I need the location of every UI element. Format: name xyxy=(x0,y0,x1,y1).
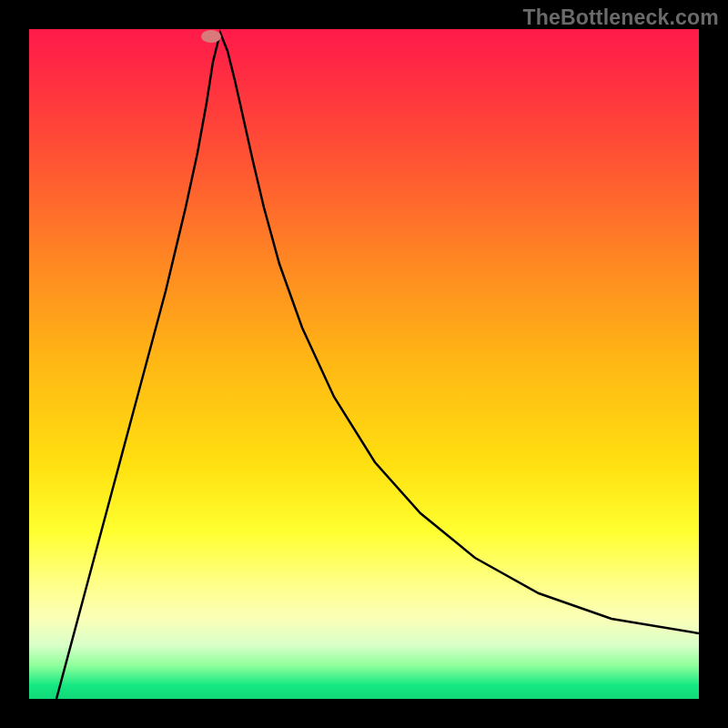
bottleneck-curve xyxy=(29,29,699,699)
chart-container: TheBottleneck.com xyxy=(0,0,728,728)
plot-area xyxy=(29,29,699,699)
watermark: TheBottleneck.com xyxy=(522,5,719,30)
optimum-marker xyxy=(201,30,221,43)
